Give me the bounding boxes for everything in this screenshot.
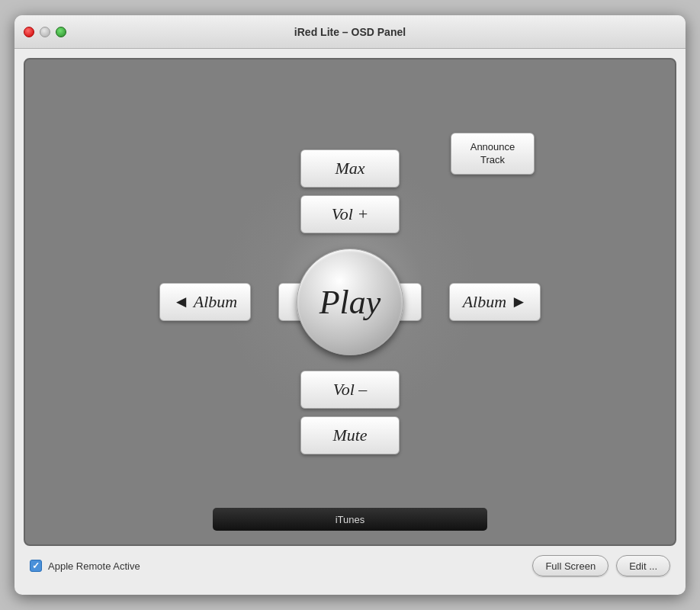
- bottom-bar: Apple Remote Active Full Screen Edit ...: [24, 546, 676, 586]
- play-button[interactable]: Play: [297, 249, 403, 355]
- vol-plus-button[interactable]: Vol +: [300, 195, 400, 233]
- max-button[interactable]: Max: [300, 149, 400, 188]
- titlebar: iRed Lite – OSD Panel: [14, 15, 686, 49]
- edit-button[interactable]: Edit ...: [616, 555, 670, 576]
- album-left-button[interactable]: ◄ Album: [159, 283, 251, 321]
- apple-remote-label: Apple Remote Active: [48, 560, 140, 572]
- button-grid: Announce Track Max Vol + ◄ Album Prev Pl…: [152, 119, 548, 485]
- full-screen-button[interactable]: Full Screen: [532, 555, 608, 576]
- osd-panel: Announce Track Max Vol + ◄ Album Prev Pl…: [24, 58, 676, 546]
- itunes-label: iTunes: [336, 514, 365, 525]
- mute-button[interactable]: Mute: [300, 416, 400, 454]
- apple-remote-checkbox[interactable]: [30, 560, 42, 572]
- apple-remote-section: Apple Remote Active: [30, 560, 140, 572]
- announce-track-button[interactable]: Announce Track: [451, 133, 535, 175]
- itunes-bar: iTunes: [213, 508, 487, 531]
- content-area: Announce Track Max Vol + ◄ Album Prev Pl…: [14, 49, 686, 595]
- main-window: iRed Lite – OSD Panel Announce Track Max…: [14, 15, 686, 595]
- traffic-lights: [24, 27, 66, 37]
- bottom-buttons: Full Screen Edit ...: [532, 555, 670, 576]
- album-right-button[interactable]: Album ►: [449, 283, 541, 321]
- minimize-button[interactable]: [40, 27, 50, 37]
- close-button[interactable]: [24, 27, 34, 37]
- maximize-button[interactable]: [56, 27, 66, 37]
- vol-minus-button[interactable]: Vol –: [300, 371, 400, 409]
- window-title: iRed Lite – OSD Panel: [294, 26, 406, 38]
